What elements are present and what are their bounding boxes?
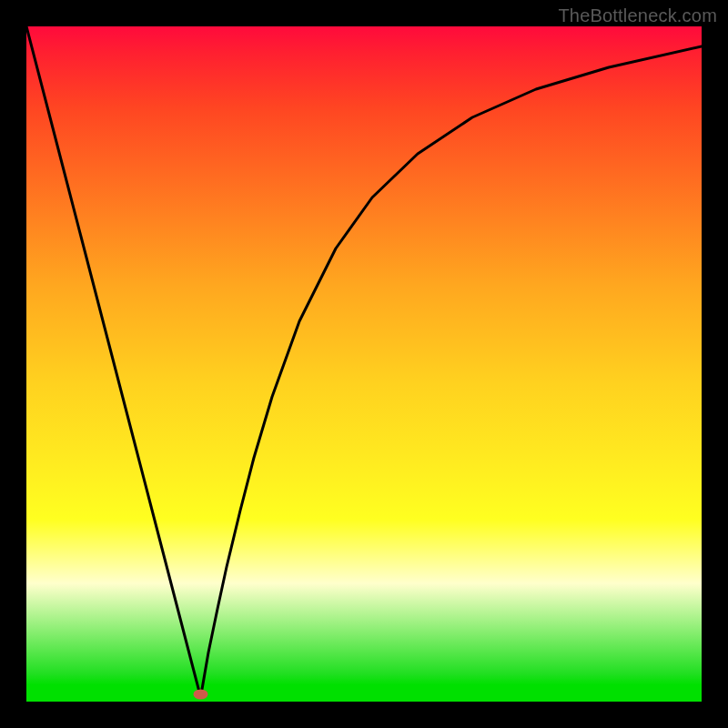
minimum-marker	[194, 690, 208, 700]
watermark-text: TheBottleneck.com	[558, 5, 717, 26]
chart-container: TheBottleneck.com	[0, 0, 728, 728]
chart-curve	[26, 26, 702, 702]
curve-path	[26, 26, 702, 697]
